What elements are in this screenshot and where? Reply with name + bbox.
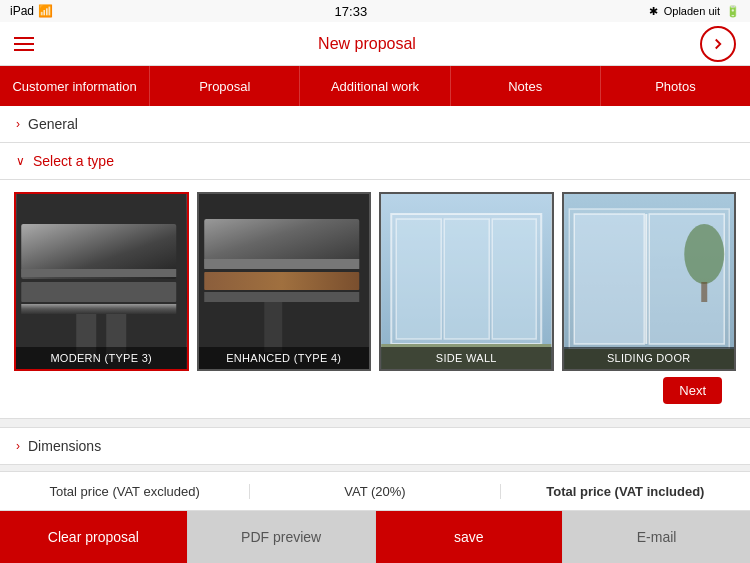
product-grid-container: MODERN (TYPE 3)	[0, 180, 750, 419]
svg-rect-9	[204, 272, 359, 290]
general-section-row[interactable]: › General	[0, 106, 750, 143]
tab-photos[interactable]: Photos	[601, 66, 750, 106]
price-bar: Total price (VAT excluded) VAT (20%) Tot…	[0, 471, 750, 511]
tab-additional-work[interactable]: Additional work	[300, 66, 450, 106]
wifi-icon: 📶	[38, 4, 53, 18]
svg-rect-3	[21, 304, 176, 314]
status-right: ✱ Opladen uit 🔋	[649, 5, 740, 18]
svg-rect-26	[701, 282, 707, 302]
footer-buttons: Clear proposal PDF preview save E-mail	[0, 511, 750, 563]
tab-bar: Customer information Proposal Additional…	[0, 66, 750, 106]
ipad-label: iPad	[10, 4, 34, 18]
svg-rect-6	[21, 269, 176, 277]
select-type-section-label: Select a type	[33, 153, 114, 169]
tab-notes[interactable]: Notes	[451, 66, 601, 106]
price-vat-included: Total price (VAT included)	[501, 484, 750, 499]
bluetooth-icon: ✱	[649, 5, 658, 18]
next-arrow-button[interactable]	[700, 26, 736, 62]
dimensions-chevron-icon: ›	[16, 439, 20, 453]
clear-proposal-button[interactable]: Clear proposal	[0, 511, 188, 563]
status-time: 17:33	[335, 4, 368, 19]
battery-icon: 🔋	[726, 5, 740, 18]
product-image-sidewall	[381, 194, 552, 369]
hamburger-menu[interactable]	[14, 37, 34, 51]
svg-rect-2	[21, 282, 176, 302]
product-image-modern	[16, 194, 187, 369]
product-item-sidewall[interactable]: SIDE WALL	[379, 192, 554, 371]
header-title: New proposal	[34, 35, 700, 53]
main-content: › General ∨ Select a type	[0, 106, 750, 465]
product-item-slidingdoor[interactable]: SLIDING DOOR	[562, 192, 737, 371]
next-button-row: Next	[14, 371, 736, 404]
product-item-modern[interactable]: MODERN (TYPE 3)	[14, 192, 189, 371]
product-label-slidingdoor: SLIDING DOOR	[564, 347, 735, 369]
status-left: iPad 📶	[10, 4, 53, 18]
product-item-enhanced[interactable]: ENHANCED (TYPE 4)	[197, 192, 372, 371]
status-bar: iPad 📶 17:33 ✱ Opladen uit 🔋	[0, 0, 750, 22]
svg-rect-17	[492, 219, 536, 339]
product-image-enhanced	[199, 194, 370, 369]
product-grid: MODERN (TYPE 3)	[14, 192, 736, 371]
svg-rect-16	[444, 219, 489, 339]
dimensions-section-row[interactable]: › Dimensions	[0, 427, 750, 465]
header: New proposal	[0, 22, 750, 66]
svg-rect-21	[574, 214, 644, 344]
battery-status: Opladen uit	[664, 5, 720, 17]
price-vat-excluded: Total price (VAT excluded)	[0, 484, 250, 499]
product-label-enhanced: ENHANCED (TYPE 4)	[199, 347, 370, 369]
price-vat: VAT (20%)	[250, 484, 500, 499]
general-chevron-icon: ›	[16, 117, 20, 131]
pdf-preview-button[interactable]: PDF preview	[188, 511, 376, 563]
tab-proposal[interactable]: Proposal	[150, 66, 300, 106]
product-label-modern: MODERN (TYPE 3)	[16, 347, 187, 369]
tab-customer-information[interactable]: Customer information	[0, 66, 150, 106]
svg-point-25	[684, 224, 724, 284]
save-button[interactable]: save	[376, 511, 564, 563]
svg-rect-0	[16, 194, 186, 369]
svg-rect-15	[396, 219, 441, 339]
select-type-chevron-icon: ∨	[16, 154, 25, 168]
email-button[interactable]: E-mail	[563, 511, 750, 563]
dimensions-section-label: Dimensions	[28, 438, 101, 454]
general-section-label: General	[28, 116, 78, 132]
select-type-section-row[interactable]: ∨ Select a type	[0, 143, 750, 180]
svg-rect-12	[204, 259, 359, 269]
product-label-sidewall: SIDE WALL	[381, 347, 552, 369]
svg-rect-11	[264, 302, 282, 352]
product-image-slidingdoor	[564, 194, 735, 369]
svg-rect-10	[204, 292, 359, 302]
next-button[interactable]: Next	[663, 377, 722, 404]
